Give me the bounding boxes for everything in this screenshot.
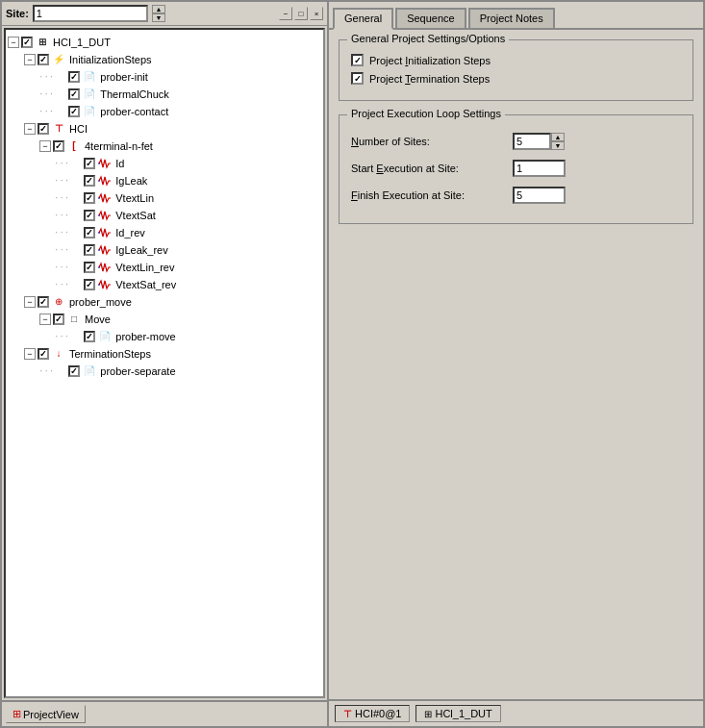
tree-checkbox[interactable]: ✓ xyxy=(84,331,95,342)
tree-checkbox[interactable]: ✓ xyxy=(84,158,95,169)
tree-item-label: prober_move xyxy=(69,294,132,310)
tree-item-label: 4terminal-n-fet xyxy=(85,138,153,154)
tree-checkbox[interactable]: ✓ xyxy=(68,88,80,100)
init-steps-checkbox[interactable]: ✓ xyxy=(351,54,364,66)
tree-expand-btn[interactable]: − xyxy=(39,314,51,325)
tree-checkbox[interactable]: ✓ xyxy=(84,262,95,273)
tab-project-notes[interactable]: Project Notes xyxy=(468,8,555,28)
hci-status-tab[interactable]: ⊤ HCI#0@1 xyxy=(335,705,410,722)
move2-icon: □ xyxy=(66,313,82,326)
tree-check-mark: ✓ xyxy=(70,87,78,102)
tree-checkbox[interactable]: ✓ xyxy=(68,71,80,83)
tree-item-label: VtextSat xyxy=(115,208,156,223)
tab-general[interactable]: General xyxy=(333,8,393,30)
tree-item[interactable]: ···✓VtextLin xyxy=(6,189,323,207)
tree-item-label: HCI_1_DUT xyxy=(53,35,111,50)
site-input[interactable] xyxy=(33,5,148,22)
tree-checkbox[interactable]: ✓ xyxy=(38,54,49,65)
tree-checkbox[interactable]: ✓ xyxy=(53,140,64,152)
start-exec-input[interactable] xyxy=(513,160,566,177)
execution-loop-title: Project Execution Loop Settings xyxy=(347,108,505,119)
tree-item-label: InitializationSteps xyxy=(69,52,152,67)
init-steps-row: ✓ Project Initialization Steps xyxy=(351,54,681,66)
tree-checkbox[interactable]: ✓ xyxy=(84,279,95,290)
tree-check-mark: ✓ xyxy=(86,173,93,188)
wave-icon xyxy=(97,226,113,239)
tree-item[interactable]: −✓[4terminal-n-fet xyxy=(6,138,323,155)
tree-view[interactable]: −✓⊞HCI_1_DUT−✓⚡InitializationSteps···✓📄p… xyxy=(4,28,325,698)
tree-connector: ··· xyxy=(38,69,54,85)
site-spin-down[interactable]: ▼ xyxy=(152,13,165,22)
num-sites-input[interactable] xyxy=(513,133,551,150)
tree-expand-btn[interactable]: − xyxy=(24,296,36,308)
tab-sequence[interactable]: Sequence xyxy=(395,8,466,28)
main-window: Site: ▲ ▼ − □ × −✓⊞HCI_1_DUT−✓⚡Initializ… xyxy=(0,0,705,728)
tree-item-label: VtextLin xyxy=(115,190,154,206)
finish-exec-input[interactable] xyxy=(513,187,566,204)
tree-item-label: ThermalChuck xyxy=(100,87,169,102)
tree-item[interactable]: ···✓Id xyxy=(6,155,323,172)
close-button[interactable]: × xyxy=(310,7,323,20)
tree-item[interactable]: −✓□Move xyxy=(6,311,323,328)
tree-checkbox[interactable]: ✓ xyxy=(38,123,49,135)
num-sites-spin-up[interactable]: ▲ xyxy=(551,133,565,141)
tree-expand-btn[interactable]: − xyxy=(24,123,36,135)
tree-expand-btn[interactable]: − xyxy=(24,54,36,65)
tree-item[interactable]: ···✓📄prober-move xyxy=(6,328,323,345)
term-steps-checkbox[interactable]: ✓ xyxy=(351,72,364,85)
tree-checkbox[interactable]: ✓ xyxy=(38,296,49,308)
restore-button[interactable]: □ xyxy=(294,7,308,20)
tree-item[interactable]: ···✓IgLeak xyxy=(6,172,323,189)
tree-item[interactable]: ···✓Id_rev xyxy=(6,224,323,241)
tree-connector: ··· xyxy=(54,190,69,206)
tree-item[interactable]: −✓↓TerminationSteps xyxy=(6,345,323,363)
tree-checkbox[interactable]: ✓ xyxy=(68,106,80,117)
tree-item[interactable]: −✓⊤HCI xyxy=(6,120,323,138)
num-sites-spin-down[interactable]: ▼ xyxy=(551,141,565,150)
tree-item[interactable]: ···✓VtextSat xyxy=(6,207,323,224)
tree-checkbox[interactable]: ✓ xyxy=(38,348,49,360)
tree-checkbox[interactable]: ✓ xyxy=(84,192,95,204)
tree-checkbox[interactable]: ✓ xyxy=(84,175,95,187)
tree-item[interactable]: −✓⊕prober_move xyxy=(6,293,323,311)
wave-icon xyxy=(97,157,113,170)
tree-item-label: Id_rev xyxy=(115,225,145,240)
site-spinner: ▲ ▼ xyxy=(152,5,165,22)
tree-expand-btn[interactable]: − xyxy=(39,140,51,152)
tree-checkbox[interactable]: ✓ xyxy=(84,244,95,256)
dut-status-tab[interactable]: ⊞ HCl_1_DUT xyxy=(415,705,500,722)
minimize-button[interactable]: − xyxy=(279,7,292,20)
bottom-bar-left: ⊞ ProjectView xyxy=(2,700,327,726)
tree-checkbox[interactable]: ✓ xyxy=(84,210,95,221)
tree-check-mark: ✓ xyxy=(39,121,47,137)
num-sites-label: Number of Sites: xyxy=(351,136,505,147)
term-steps-row: ✓ Project Termination Steps xyxy=(351,72,681,85)
tree-checkbox[interactable]: ✓ xyxy=(21,37,33,48)
tree-check-mark: ✓ xyxy=(86,242,93,258)
tree-item[interactable]: −✓⊞HCI_1_DUT xyxy=(6,34,323,51)
tree-expand-btn[interactable]: − xyxy=(24,348,36,360)
tree-item[interactable]: ···✓📄ThermalChuck xyxy=(6,86,323,103)
tree-connector: ··· xyxy=(38,364,54,379)
step-icon: 📄 xyxy=(82,70,97,84)
project-view-button[interactable]: ⊞ ProjectView xyxy=(6,705,86,723)
tree-connector: ··· xyxy=(54,277,69,292)
tree-checkbox[interactable]: ✓ xyxy=(53,314,64,325)
tree-item[interactable]: −✓⚡InitializationSteps xyxy=(6,51,323,68)
tree-item[interactable]: ···✓📄prober-init xyxy=(6,68,323,86)
tree-item[interactable]: ···✓VtextSat_rev xyxy=(6,276,323,293)
tree-item-label: VtextLin_rev xyxy=(115,260,174,275)
tree-checkbox[interactable]: ✓ xyxy=(68,365,80,377)
tree-checkbox[interactable]: ✓ xyxy=(84,227,95,238)
tree-item-label: prober-init xyxy=(100,69,148,85)
init-icon: ⚡ xyxy=(51,53,66,66)
tree-item[interactable]: ···✓IgLeak_rev xyxy=(6,241,323,259)
tree-expand-btn[interactable]: − xyxy=(8,37,19,48)
tree-item[interactable]: ···✓📄prober-contact xyxy=(6,103,323,120)
left-panel: Site: ▲ ▼ − □ × −✓⊞HCI_1_DUT−✓⚡Initializ… xyxy=(2,2,329,726)
site-spin-up[interactable]: ▲ xyxy=(152,5,165,13)
tree-item-label: HCI xyxy=(69,121,88,137)
tree-item[interactable]: ···✓VtextLin_rev xyxy=(6,259,323,276)
execution-loop-group: Project Execution Loop Settings Number o… xyxy=(339,114,693,224)
tree-item[interactable]: ···✓📄prober-separate xyxy=(6,363,323,380)
